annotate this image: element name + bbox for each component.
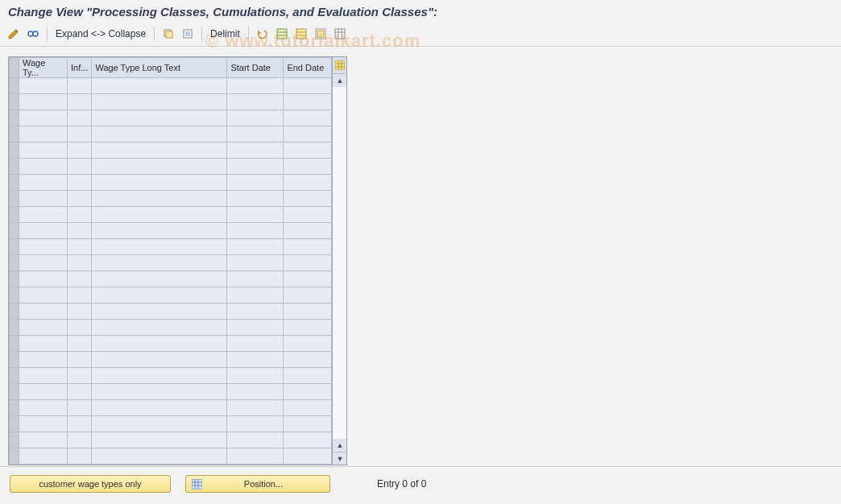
table-cell[interactable] <box>284 432 332 448</box>
row-selector[interactable] <box>10 287 19 304</box>
table-cell[interactable] <box>68 191 92 207</box>
table-cell[interactable] <box>227 110 284 126</box>
table-cell[interactable] <box>19 191 68 207</box>
table-row[interactable] <box>10 175 332 191</box>
table-cell[interactable] <box>68 223 92 239</box>
table-cell[interactable] <box>284 304 332 320</box>
table-cell[interactable] <box>68 110 92 126</box>
col-header-wage-type[interactable]: Wage Ty... <box>19 58 68 78</box>
table-row[interactable] <box>10 126 332 143</box>
table-cell[interactable] <box>92 287 227 304</box>
table-configure-icon[interactable] <box>333 57 346 74</box>
table-cell[interactable] <box>19 352 68 368</box>
table-cell[interactable] <box>68 416 92 432</box>
table-cell[interactable] <box>19 78 68 94</box>
table-cell[interactable] <box>284 287 332 304</box>
table-cell[interactable] <box>68 239 92 255</box>
table-settings-icon[interactable] <box>333 27 347 41</box>
table-cell[interactable] <box>92 110 227 126</box>
scroll-down-small-icon[interactable]: ▲ <box>333 439 346 452</box>
table-row[interactable] <box>10 110 332 126</box>
table-cell[interactable] <box>227 255 284 271</box>
table-cell[interactable] <box>68 336 92 352</box>
table-cell[interactable] <box>68 400 92 416</box>
table-cell[interactable] <box>92 304 227 320</box>
table-cell[interactable] <box>284 271 332 287</box>
table-row[interactable] <box>10 368 332 384</box>
table-cell[interactable] <box>92 239 227 255</box>
row-selector[interactable] <box>10 143 19 159</box>
table-cell[interactable] <box>19 110 68 126</box>
table-cell[interactable] <box>68 287 92 304</box>
table-cell[interactable] <box>68 143 92 159</box>
table-cell[interactable] <box>284 94 332 110</box>
row-selector[interactable] <box>10 400 19 416</box>
table-cell[interactable] <box>227 94 284 110</box>
table-cell[interactable] <box>19 432 68 448</box>
table-cell[interactable] <box>284 448 332 465</box>
table-cell[interactable] <box>92 223 227 239</box>
table-cell[interactable] <box>284 159 332 175</box>
table-cell[interactable] <box>227 207 284 223</box>
table-cell[interactable] <box>68 368 92 384</box>
table-cell[interactable] <box>92 143 227 159</box>
table-cell[interactable] <box>227 352 284 368</box>
col-header-end-date[interactable]: End Date <box>284 58 332 78</box>
row-selector[interactable] <box>10 126 19 143</box>
table-cell[interactable] <box>92 159 227 175</box>
table-row[interactable] <box>10 336 332 352</box>
table-row[interactable] <box>10 448 332 465</box>
table-row[interactable] <box>10 223 332 239</box>
table-cell[interactable] <box>19 159 68 175</box>
table-cell[interactable] <box>92 94 227 110</box>
table-cell[interactable] <box>19 223 68 239</box>
col-header-start-date[interactable]: Start Date <box>227 58 284 78</box>
row-selector[interactable] <box>10 416 19 432</box>
row-selector[interactable] <box>10 175 19 191</box>
table-cell[interactable] <box>19 304 68 320</box>
table-cell[interactable] <box>284 255 332 271</box>
table-cell[interactable] <box>227 368 284 384</box>
row-selector[interactable] <box>10 352 19 368</box>
delimit-button[interactable]: Delimit <box>209 28 242 39</box>
table-cell[interactable] <box>227 287 284 304</box>
table-cell[interactable] <box>19 400 68 416</box>
table-cell[interactable] <box>92 78 227 94</box>
table-cell[interactable] <box>68 448 92 465</box>
table-cell[interactable] <box>68 78 92 94</box>
table-cell[interactable] <box>92 126 227 143</box>
table-cell[interactable] <box>92 416 227 432</box>
table-cell[interactable] <box>19 320 68 336</box>
position-button[interactable]: Position... <box>185 475 330 493</box>
table-cell[interactable] <box>19 287 68 304</box>
table-cell[interactable] <box>227 271 284 287</box>
table-cell[interactable] <box>92 432 227 448</box>
table-cell[interactable] <box>68 352 92 368</box>
table-row[interactable] <box>10 287 332 304</box>
table-cell[interactable] <box>227 126 284 143</box>
table-cell[interactable] <box>68 126 92 143</box>
table-row[interactable] <box>10 271 332 287</box>
table-cell[interactable] <box>92 320 227 336</box>
table-cell[interactable] <box>92 207 227 223</box>
table-row[interactable] <box>10 416 332 432</box>
table-cell[interactable] <box>227 320 284 336</box>
table-cell[interactable] <box>284 239 332 255</box>
table-row[interactable] <box>10 255 332 271</box>
table-cell[interactable] <box>92 255 227 271</box>
table-cell[interactable] <box>227 223 284 239</box>
table-row[interactable] <box>10 304 332 320</box>
row-selector[interactable] <box>10 368 19 384</box>
row-selector[interactable] <box>10 78 19 94</box>
row-selector[interactable] <box>10 207 19 223</box>
table-cell[interactable] <box>68 304 92 320</box>
table-cell[interactable] <box>284 223 332 239</box>
table-row[interactable] <box>10 207 332 223</box>
table-cell[interactable] <box>284 110 332 126</box>
table-cell[interactable] <box>68 207 92 223</box>
table-cell[interactable] <box>227 143 284 159</box>
row-selector[interactable] <box>10 94 19 110</box>
table-row[interactable] <box>10 159 332 175</box>
table-cell[interactable] <box>19 255 68 271</box>
row-selector[interactable] <box>10 336 19 352</box>
